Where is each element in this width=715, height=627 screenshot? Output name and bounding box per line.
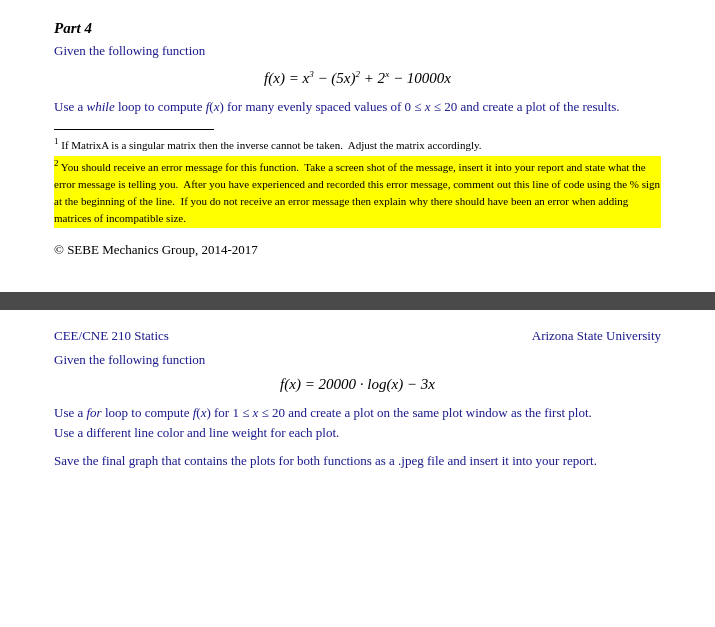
- footnote-1: 1 If MatrixA is a singular matrix then t…: [54, 136, 661, 151]
- university-title: Arizona State University: [532, 328, 661, 344]
- part-heading: Part 4: [54, 20, 661, 37]
- copyright: © SEBE Mechanics Group, 2014-2017: [54, 242, 661, 258]
- course-title: CEE/CNE 210 Statics: [54, 328, 169, 344]
- bottom-section: CEE/CNE 210 Statics Arizona State Univer…: [0, 310, 715, 487]
- top-section: Part 4 Given the following function f(x)…: [0, 0, 715, 274]
- bottom-instruction-1: Use a for loop to compute f(x) for 1 ≤ x…: [54, 403, 661, 443]
- footnote-section: 1 If MatrixA is a singular matrix then t…: [54, 129, 661, 229]
- section-divider: [0, 292, 715, 310]
- bottom-formula: f(x) = 20000 · log(x) − 3x: [54, 376, 661, 393]
- footnote-2: 2 You should receive an error message fo…: [54, 156, 661, 228]
- bottom-instruction-2: Save the final graph that contains the p…: [54, 451, 661, 471]
- top-intro-text: Given the following function: [54, 43, 661, 59]
- top-formula: f(x) = x3 − (5x)2 + 2x − 10000x: [54, 69, 661, 87]
- top-instruction: Use a while loop to compute f(x) for man…: [54, 97, 661, 117]
- bottom-intro-text: Given the following function: [54, 352, 661, 368]
- footnote-divider: [54, 129, 214, 130]
- bottom-header: CEE/CNE 210 Statics Arizona State Univer…: [54, 328, 661, 344]
